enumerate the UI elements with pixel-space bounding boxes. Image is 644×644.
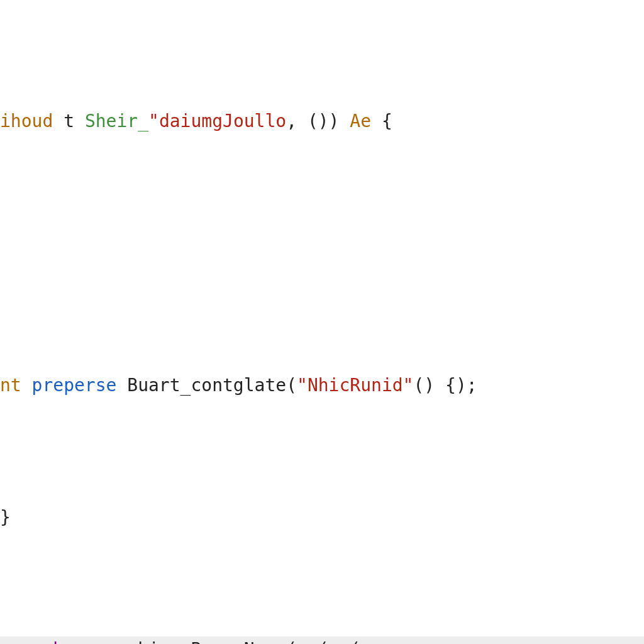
token-plain: } bbox=[0, 507, 11, 528]
token-plain: , ()) bbox=[286, 111, 350, 131]
token-operator: ÷ bbox=[360, 639, 371, 644]
code-line[interactable]: nt preperse Buart_contglate("NhicRunid"(… bbox=[0, 372, 644, 399]
token-plain: () {); bbox=[413, 375, 477, 396]
token-plain: { bbox=[371, 111, 392, 131]
code-line[interactable]: ihoud t Sheir_"daiumgJoullo, ()) Ae { bbox=[0, 108, 644, 135]
token-string: NhicRunid bbox=[308, 375, 403, 396]
token-identifier: purehera bbox=[11, 639, 106, 644]
token-function: archivesBase_Name bbox=[106, 639, 287, 644]
token-keyword: ihoud bbox=[0, 111, 53, 131]
code-line[interactable] bbox=[0, 240, 644, 267]
code-line-current[interactable]: .purehera archivesBase_Name(: (, (÷ bbox=[0, 636, 644, 644]
token-string: "daiumgJoullo bbox=[148, 111, 286, 131]
token-gutter-fragment: . bbox=[0, 639, 11, 644]
token-keyword: nt bbox=[0, 375, 32, 396]
token-plain bbox=[0, 243, 11, 264]
token-plain: t bbox=[53, 111, 85, 131]
code-editor[interactable]: ihoud t Sheir_"daiumgJoullo, ()) Ae { nt… bbox=[0, 0, 644, 644]
token-keyword: Ae bbox=[350, 111, 371, 131]
token-plain: (: (, ( bbox=[286, 639, 360, 644]
token-string: " bbox=[297, 375, 308, 396]
token-identifier: Sheir_ bbox=[85, 111, 148, 131]
token-string: " bbox=[403, 375, 414, 396]
code-line[interactable]: } bbox=[0, 504, 644, 531]
token-function: Buart_contglate( bbox=[127, 375, 297, 396]
token-keyword: preperse bbox=[32, 375, 128, 396]
